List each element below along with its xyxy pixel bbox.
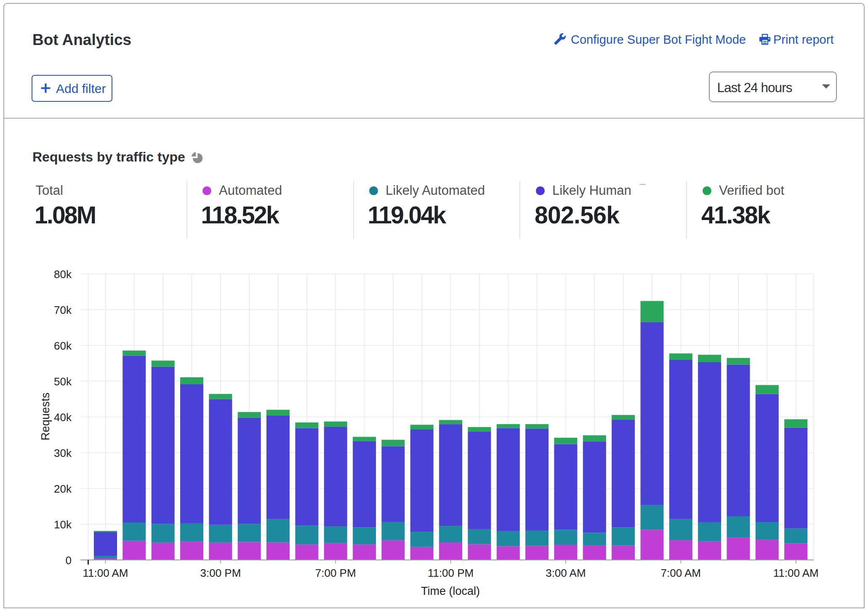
svg-text:50k: 50k	[54, 375, 72, 388]
svg-text:11:00 AM: 11:00 AM	[83, 567, 128, 579]
svg-text:11:00 PM: 11:00 PM	[428, 567, 474, 579]
svg-text:Requests: Requests	[39, 393, 52, 440]
svg-text:11:00 AM: 11:00 AM	[773, 567, 819, 579]
svg-text:40k: 40k	[54, 411, 72, 424]
svg-text:7:00 PM: 7:00 PM	[315, 567, 356, 579]
svg-text:3:00 PM: 3:00 PM	[200, 567, 241, 579]
svg-text:7:00 AM: 7:00 AM	[661, 567, 701, 579]
svg-text:30k: 30k	[54, 447, 72, 459]
svg-text:10k: 10k	[54, 518, 72, 531]
svg-text:20k: 20k	[54, 483, 72, 495]
svg-text:3:00 AM: 3:00 AM	[546, 567, 586, 579]
svg-text:60k: 60k	[54, 339, 72, 352]
svg-text:80k: 80k	[54, 268, 72, 281]
svg-text:70k: 70k	[54, 304, 72, 316]
svg-text:Time (local): Time (local)	[421, 585, 480, 597]
svg-text:0: 0	[66, 554, 72, 567]
